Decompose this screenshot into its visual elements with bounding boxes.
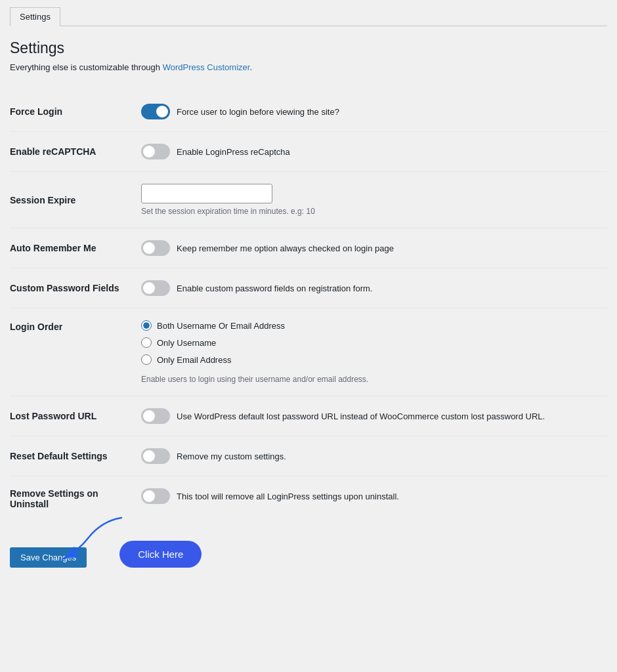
session-expire-label: Session Expire [10,172,141,228]
login-order-both-radio[interactable] [141,320,152,331]
reset-default-settings-description: Remove my custom settings. [177,452,286,461]
auto-remember-me-label: Auto Remember Me [10,228,141,268]
login-order-radio-group: Both Username Or Email Address Only User… [141,320,601,384]
lost-password-url-toggle[interactable] [141,408,170,424]
recaptcha-label: Enable reCAPTCHA [10,132,141,172]
page-subtitle: Everything else is customizable through … [10,62,607,72]
login-order-both-option[interactable]: Both Username Or Email Address [141,320,601,331]
recaptcha-control: Enable LoginPress reCaptcha [141,132,607,172]
lost-password-url-description: Use WordPress default lost password URL … [177,411,545,421]
auto-remember-me-description: Keep remember me option always checked o… [177,243,394,253]
login-order-row: Login Order Both Username Or Email Addre… [10,308,607,396]
save-changes-button[interactable]: Save Changes [10,547,87,568]
session-expire-control: 0 Set the session expiration time in min… [141,172,607,228]
bottom-actions: Save Changes Click Here [10,534,607,581]
force-login-label: Force Login [10,92,141,132]
lost-password-url-row: Lost Password URL Use WordPress default … [10,396,607,436]
settings-table: Force Login Force user to login before v… [10,92,607,521]
login-order-control: Both Username Or Email Address Only User… [141,308,607,396]
session-expire-hint: Set the session expiration time in minut… [141,207,601,216]
arrow-container: Save Changes [10,534,87,568]
login-order-email-label: Only Email Address [157,355,231,365]
login-order-username-option[interactable]: Only Username [141,337,601,348]
custom-password-fields-label: Custom Password Fields [10,268,141,308]
auto-remember-me-toggle[interactable] [141,240,170,256]
auto-remember-me-control: Keep remember me option always checked o… [141,228,607,268]
auto-remember-me-row: Auto Remember Me Keep remember me option… [10,228,607,268]
reset-default-settings-label: Reset Default Settings [10,436,141,476]
tab-bar: Settings [10,7,607,26]
reset-default-settings-control: Remove my custom settings. [141,436,607,476]
custom-password-fields-control: Enable custom password fields on registr… [141,268,607,308]
reset-default-settings-row: Reset Default Settings Remove my custom … [10,436,607,476]
force-login-row: Force Login Force user to login before v… [10,92,607,132]
login-order-username-label: Only Username [157,338,216,348]
page-title: Settings [10,39,607,57]
click-here-button[interactable]: Click Here [119,541,202,568]
session-expire-input[interactable]: 0 [141,184,272,203]
remove-settings-on-uninstall-toggle[interactable] [141,488,170,504]
force-login-description: Force user to login before viewing the s… [177,107,339,117]
login-order-email-radio[interactable] [141,354,152,365]
force-login-control: Force user to login before viewing the s… [141,92,607,132]
remove-settings-on-uninstall-control: This tool will remove all LoginPress set… [141,476,607,522]
remove-settings-on-uninstall-description: This tool will remove all LoginPress set… [177,492,399,501]
login-order-both-label: Both Username Or Email Address [157,321,285,331]
force-login-toggle[interactable] [141,104,170,119]
reset-default-settings-toggle[interactable] [141,448,170,464]
session-expire-row: Session Expire 0 Set the session expirat… [10,172,607,228]
login-order-email-option[interactable]: Only Email Address [141,354,601,365]
custom-password-fields-toggle[interactable] [141,280,170,296]
login-order-username-radio[interactable] [141,337,152,348]
recaptcha-toggle[interactable] [141,144,170,159]
recaptcha-row: Enable reCAPTCHA Enable LoginPress reCap… [10,132,607,172]
remove-settings-on-uninstall-row: Remove Settings on Uninstall This tool w… [10,476,607,522]
remove-settings-on-uninstall-label: Remove Settings on Uninstall [10,476,141,522]
lost-password-url-label: Lost Password URL [10,396,141,436]
custom-password-fields-description: Enable custom password fields on registr… [177,284,372,293]
wordpress-customizer-link[interactable]: WordPress Customizer [163,62,250,72]
recaptcha-description: Enable LoginPress reCaptcha [177,147,290,157]
login-order-label: Login Order [10,308,141,396]
custom-password-fields-row: Custom Password Fields Enable custom pas… [10,268,607,308]
tab-settings[interactable]: Settings [10,7,60,26]
login-order-hint: Enable users to login using their userna… [141,375,601,384]
lost-password-url-control: Use WordPress default lost password URL … [141,396,607,436]
